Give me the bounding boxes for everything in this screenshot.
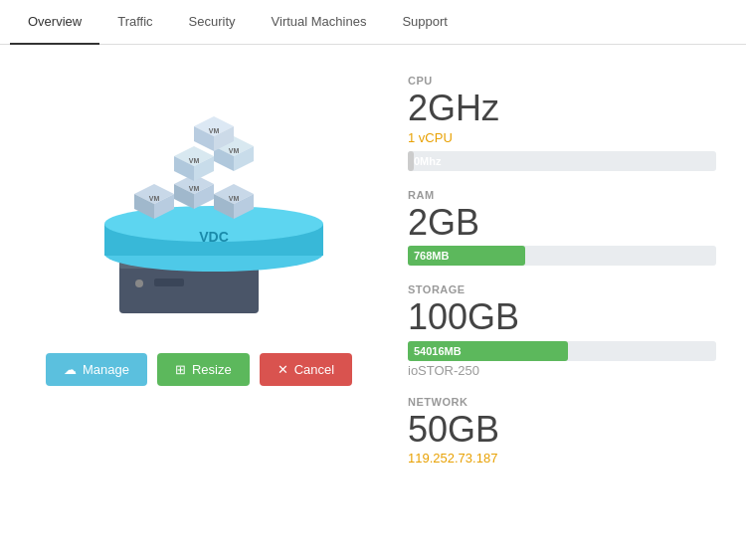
storage-progress-bar: 54016MB: [408, 341, 568, 361]
tab-security[interactable]: Security: [171, 0, 254, 45]
cpu-sub: 1 vCPU: [408, 130, 716, 145]
svg-rect-3: [154, 279, 184, 286]
svg-text:VM: VM: [229, 147, 240, 154]
cpu-progress-label: 0Mhz: [414, 155, 442, 167]
network-label: NETWORK: [408, 396, 716, 408]
cloud-icon: ☁: [64, 362, 77, 377]
tab-traffic[interactable]: Traffic: [99, 0, 170, 45]
ram-progress-container: 768MB: [408, 246, 716, 266]
svg-text:VM: VM: [189, 185, 200, 192]
resize-button[interactable]: ⊞ Resize: [157, 353, 250, 386]
times-icon: ✕: [278, 362, 288, 377]
ram-progress-label: 768MB: [414, 250, 449, 262]
network-sub: 119.252.73.187: [408, 451, 716, 466]
storage-progress-label: 54016MB: [414, 345, 462, 357]
svg-text:VM: VM: [189, 157, 200, 164]
ram-label: RAM: [408, 189, 716, 201]
svg-point-2: [135, 280, 143, 287]
storage-sub: ioSTOR-250: [408, 363, 716, 378]
main-content: VDC VM VM: [0, 45, 746, 489]
storage-value: 100GB: [408, 297, 716, 337]
svg-text:VM: VM: [149, 195, 160, 202]
resize-icon: ⊞: [175, 362, 186, 377]
cpu-section: CPU 2GHz 1 vCPU 0Mhz: [408, 75, 716, 171]
ram-section: RAM 2GB 768MB: [408, 189, 716, 267]
storage-section: STORAGE 100GB 54016MB ioSTOR-250: [408, 283, 716, 378]
cpu-progress-bar: 0Mhz: [408, 151, 414, 171]
svg-text:VM: VM: [229, 195, 240, 202]
vdc-illustration: VDC VM VM: [60, 65, 338, 323]
tabs-bar: Overview Traffic Security Virtual Machin…: [0, 0, 746, 45]
ram-value: 2GB: [408, 203, 716, 243]
cpu-label: CPU: [408, 75, 716, 87]
cancel-button[interactable]: ✕ Cancel: [260, 353, 352, 386]
tab-support[interactable]: Support: [384, 0, 466, 45]
cpu-progress-container: 0Mhz: [408, 151, 716, 171]
tab-overview[interactable]: Overview: [10, 0, 99, 45]
ram-progress-bar: 768MB: [408, 246, 525, 266]
network-section: NETWORK 50GB 119.252.73.187: [408, 396, 716, 470]
storage-label: STORAGE: [408, 283, 716, 295]
cpu-value: 2GHz: [408, 89, 716, 128]
network-value: 50GB: [408, 410, 716, 450]
svg-text:VDC: VDC: [199, 229, 229, 245]
svg-text:VM: VM: [209, 127, 220, 134]
left-panel: VDC VM VM: [30, 65, 368, 469]
right-panel: CPU 2GHz 1 vCPU 0Mhz RAM 2GB 768MB STORA…: [408, 65, 716, 469]
tab-virtual-machines[interactable]: Virtual Machines: [254, 0, 385, 45]
storage-progress-container: 54016MB: [408, 341, 716, 361]
action-buttons: ☁ Manage ⊞ Resize ✕ Cancel: [46, 353, 352, 386]
manage-button[interactable]: ☁ Manage: [46, 353, 147, 386]
